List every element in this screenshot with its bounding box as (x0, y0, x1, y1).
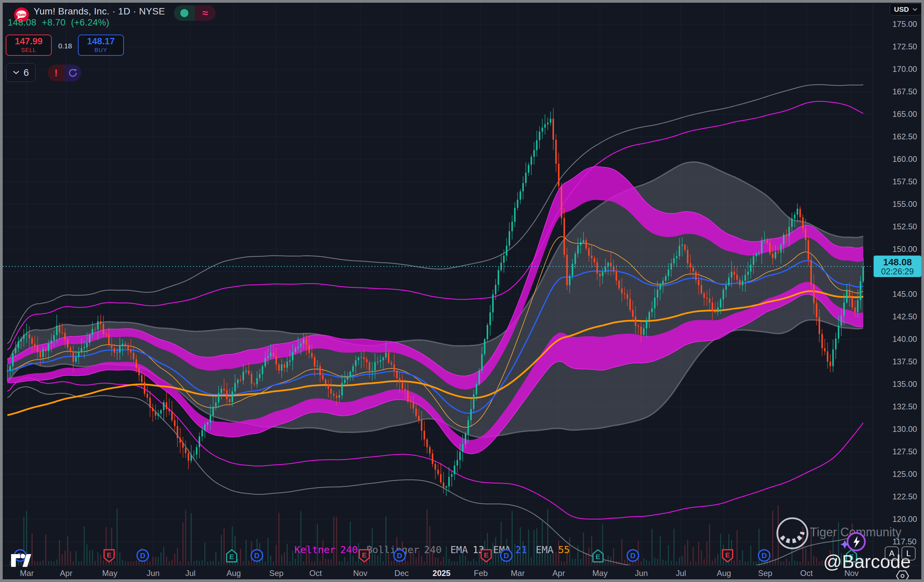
indicator-count: 6 (23, 67, 29, 78)
spread-value: 0.18 (55, 42, 75, 50)
screenshot-frame: 175.00172.50170.00167.50165.00162.50160.… (0, 0, 924, 582)
price-axis-label: 160.00 (893, 154, 921, 164)
last-price: 148.08 (8, 17, 36, 28)
refresh-toggle[interactable] (64, 64, 81, 81)
price-axis-label: 122.50 (893, 492, 921, 501)
price-axis-label: 145.00 (893, 289, 921, 299)
dividend-badge[interactable]: D (757, 548, 772, 564)
price-axis-label: 172.50 (893, 42, 921, 51)
price-axis-label: 137.50 (893, 357, 921, 366)
earnings-down-badge[interactable]: E (720, 548, 735, 565)
currency-dropdown[interactable]: USD (890, 3, 921, 15)
time-axis-label: Aug (227, 569, 241, 578)
time-axis-label: Aug (717, 569, 731, 578)
price-axis-label: 152.50 (893, 222, 921, 231)
time-axis-label: Sep (269, 569, 284, 578)
price-axis-label: 150.00 (893, 245, 921, 254)
price-axis-label: 140.00 (893, 334, 921, 344)
buy-price: 148.17 (87, 36, 115, 47)
time-axis-label: Dec (394, 569, 409, 578)
last-price-tag[interactable]: 148.08 02:26:29 (874, 256, 921, 277)
svg-text:E: E (362, 551, 367, 559)
price-axis-label: 162.50 (893, 132, 921, 141)
earnings-up-badge[interactable]: E (591, 548, 606, 565)
svg-text:E: E (229, 553, 234, 561)
time-axis-label: May (592, 569, 607, 578)
auto-scale-label: A (889, 549, 894, 558)
svg-text:D: D (140, 551, 145, 560)
price-change-pct: (+6.24%) (71, 17, 109, 28)
price-axis-label: 127.50 (893, 447, 921, 456)
legend-indicator-period: 240 (340, 544, 358, 556)
price-axis-label: 157.50 (893, 177, 921, 187)
market-open-indicator[interactable] (174, 5, 195, 21)
svg-text:D: D (630, 551, 635, 560)
dividend-badge[interactable]: D (625, 548, 640, 564)
auto-scale-button[interactable]: A (885, 546, 899, 561)
price-chart[interactable] (3, 3, 873, 565)
legend-item-ema-55[interactable]: EMA55 (536, 544, 570, 556)
legend-indicator-period: 240 (424, 544, 442, 556)
svg-text:E: E (484, 551, 488, 559)
svg-text:D: D (254, 551, 259, 560)
earnings-down-badge[interactable]: E (479, 548, 493, 565)
price-axis-label: 132.50 (893, 402, 921, 412)
price-axis-label: 130.00 (893, 425, 921, 434)
sell-label: SELL (21, 47, 36, 54)
earnings-down-badge[interactable]: E (102, 548, 117, 565)
refresh-icon (68, 68, 78, 78)
log-scale-button[interactable]: L (901, 546, 916, 561)
flash-badge-icon (840, 531, 868, 553)
dividend-badge[interactable]: D (499, 548, 514, 564)
price-axis-label: 155.00 (893, 200, 921, 209)
time-axis-label: Mar (511, 569, 525, 578)
axis-settings-icon[interactable] (895, 570, 910, 579)
price-axis-label: 120.00 (893, 514, 921, 524)
sell-price: 147.99 (15, 36, 43, 47)
svg-text:D: D (397, 551, 402, 560)
dividend-badge[interactable]: D (392, 548, 407, 564)
time-axis-label: Jun (635, 569, 648, 578)
dividend-badge[interactable]: D (249, 548, 264, 564)
buy-button[interactable]: 148.17 BUY (78, 35, 124, 56)
time-axis-label: Jul (185, 569, 196, 578)
time-axis-label: Apr (60, 569, 72, 578)
chevron-down-icon (912, 8, 917, 11)
svg-text:E: E (725, 551, 730, 559)
tradingview-logo-icon[interactable] (10, 551, 32, 570)
approx-icon: ≈ (203, 8, 208, 18)
price-change-row: 148.08 +8.70 (+6.24%) (8, 17, 109, 28)
bar-countdown: 02:26:29 (881, 267, 914, 276)
indicator-count-dropdown[interactable]: 6 (6, 63, 36, 82)
svg-text:D: D (761, 551, 767, 560)
buy-label: BUY (95, 47, 107, 54)
tiger-community-logo-icon (775, 516, 810, 551)
legend-item-keltner-240[interactable]: Keltner240 (294, 544, 358, 556)
time-axis-label: Oct (309, 569, 322, 578)
alert-warning-icon[interactable]: ! (48, 64, 64, 81)
price-axis-label: 175.00 (893, 20, 921, 29)
price-axis-label: 125.00 (893, 470, 921, 479)
time-axis[interactable]: MarAprMayJunJulAugSepOctNovDec2025FebMar… (3, 565, 921, 579)
earnings-up-badge[interactable]: E (224, 548, 239, 565)
svg-text:E: E (596, 553, 600, 561)
alert-sync-pill[interactable]: ! (48, 64, 81, 81)
chevron-down-icon (13, 71, 20, 74)
market-open-dot-icon (180, 9, 188, 17)
sell-button[interactable]: 147.99 SELL (6, 35, 52, 56)
market-status-pill[interactable]: ≈ (174, 5, 216, 21)
price-axis-label: 142.50 (893, 312, 921, 321)
legend-indicator-period: 21 (515, 544, 527, 556)
time-axis-label: 2025 (432, 569, 450, 578)
dividend-badge[interactable]: D (135, 548, 150, 564)
last-price-value: 148.08 (883, 257, 912, 267)
svg-text:E: E (107, 551, 111, 559)
earnings-down-badge[interactable]: E (357, 548, 372, 565)
symbol-title[interactable]: Yum! Brands, Inc. · 1D · NYSE (34, 6, 165, 17)
price-change: +8.70 (42, 17, 66, 28)
legend-indicator-name: Keltner (294, 544, 335, 556)
compare-toggle[interactable]: ≈ (195, 5, 216, 21)
indicator-legend[interactable]: Keltner240Bollinger240EMA13EMA21EMA55 (294, 544, 570, 556)
time-axis-label: Feb (474, 569, 487, 578)
time-axis-label: Sep (758, 569, 772, 578)
